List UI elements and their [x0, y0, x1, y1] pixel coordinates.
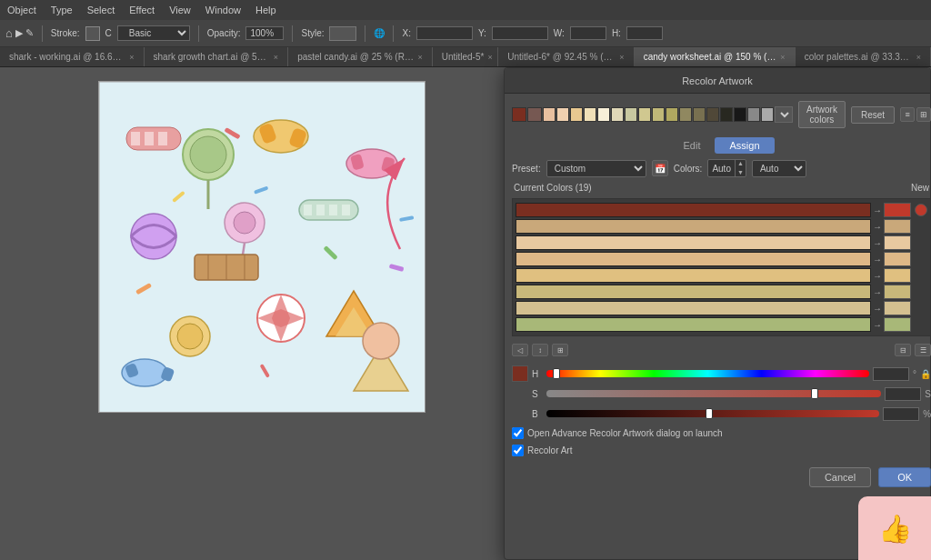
reset-button[interactable]: Reset	[851, 106, 895, 124]
tab-1[interactable]: shark growth chart.ai @ 50 % (RG... ×	[145, 47, 289, 67]
tab-3-close[interactable]: ×	[487, 53, 492, 62]
home-icon[interactable]: ⌂	[5, 26, 13, 40]
h-slider-track[interactable]	[546, 370, 869, 377]
b-slider-track[interactable]	[546, 410, 879, 417]
advance-checkbox[interactable]	[512, 427, 524, 439]
swatch-18[interactable]	[761, 107, 774, 122]
stroke-select[interactable]: Basic	[117, 25, 190, 41]
swatch-0[interactable]	[512, 107, 526, 122]
h-input[interactable]: 4 in	[626, 26, 663, 40]
color-row-2[interactable]: →	[516, 235, 927, 251]
menu-window[interactable]: Window	[205, 5, 241, 15]
color-action-2[interactable]: ↕	[532, 344, 548, 356]
color-row-4[interactable]: →	[516, 267, 927, 284]
tab-4[interactable]: Untitled-6* @ 92.45 % (RGB/Previ... ×	[498, 47, 634, 67]
svg-rect-22	[342, 205, 350, 215]
color-row-3[interactable]: →	[516, 251, 927, 267]
tab-5[interactable]: candy worksheet.ai @ 150 % (RGB/Preview)…	[635, 47, 796, 67]
tab-edit[interactable]: Edit	[669, 137, 716, 154]
tab-6-close[interactable]: ×	[916, 53, 921, 62]
swatch-10[interactable]	[652, 107, 665, 122]
b-slider-thumb[interactable]	[706, 408, 713, 419]
color-action-5[interactable]: ☰	[915, 344, 931, 356]
swatch-17[interactable]	[747, 107, 760, 122]
s-value-input[interactable]: 80.8	[885, 387, 921, 401]
swatch-8[interactable]	[625, 107, 637, 122]
new-dot-6	[915, 302, 927, 315]
preset-select[interactable]: Custom	[546, 160, 646, 177]
pen-tool[interactable]: ✎	[25, 27, 34, 39]
swatch-11[interactable]	[666, 107, 678, 122]
tab-1-close[interactable]: ×	[274, 53, 278, 62]
stroke-label: Stroke:	[51, 28, 80, 38]
tab-2[interactable]: pastel candy.ai @ 25 % (RGB/Previ... ×	[288, 47, 433, 67]
color-action-1[interactable]: ◁	[512, 344, 528, 356]
swatch-1[interactable]	[527, 107, 542, 122]
tab-assign[interactable]: Assign	[715, 137, 774, 154]
color-row-5[interactable]: →	[516, 284, 927, 300]
color-row-6[interactable]: →	[516, 300, 927, 316]
swatch-7[interactable]	[611, 107, 624, 122]
color-action-4[interactable]: ⊟	[895, 344, 911, 356]
panel-icon-2[interactable]: ⊞	[916, 107, 931, 122]
tab-3[interactable]: Untitled-5* ×	[433, 47, 499, 67]
tab-2-close[interactable]: ×	[417, 53, 422, 62]
swatch-9[interactable]	[638, 107, 651, 122]
swatch-6[interactable]	[597, 107, 610, 122]
tab-0[interactable]: shark - working.ai @ 16.67% (CM... ×	[0, 47, 145, 67]
arrow-7: →	[873, 320, 882, 330]
artwork-colors-button[interactable]: Artwork colors	[798, 101, 846, 128]
arrow-tool[interactable]: ▶	[15, 27, 23, 39]
tab-6[interactable]: color palettes.ai @ 33.33 % (RG... ×	[796, 47, 931, 67]
h-constraint-icon[interactable]: 🔒	[920, 369, 931, 379]
h-value-input[interactable]: 11.29	[873, 367, 909, 381]
stroke-color-swatch[interactable]	[85, 26, 100, 41]
style-swatch[interactable]	[329, 26, 356, 41]
b-value-input[interactable]: 49.02	[883, 407, 919, 421]
stepper-down[interactable]: ▼	[736, 168, 746, 177]
color-row-1[interactable]: →	[516, 218, 927, 235]
panel-icon-1[interactable]: ≡	[900, 107, 915, 122]
s-slider-track[interactable]	[546, 390, 881, 397]
swatch-15[interactable]	[720, 107, 733, 122]
swatch-2[interactable]	[543, 107, 556, 122]
stepper-up[interactable]: ▲	[736, 159, 746, 168]
menu-view[interactable]: View	[169, 5, 191, 15]
hsb-color-preview[interactable]	[512, 365, 528, 382]
calendar-icon[interactable]: 📅	[652, 160, 668, 176]
s-slider-thumb[interactable]	[811, 388, 818, 399]
w-input[interactable]: 4 in	[570, 26, 606, 40]
svg-rect-4	[158, 132, 167, 145]
tab-5-close[interactable]: ×	[780, 53, 785, 62]
swatch-13[interactable]	[693, 107, 706, 122]
color-row-0[interactable]: →	[516, 202, 927, 218]
ok-button[interactable]: OK	[878, 467, 931, 487]
swatch-14[interactable]	[706, 107, 719, 122]
auto-select[interactable]: Auto	[752, 160, 806, 177]
y-input[interactable]: -30.98 in	[492, 26, 548, 40]
menu-select[interactable]: Select	[87, 5, 115, 15]
recolor-checkbox[interactable]	[512, 445, 524, 456]
swatch-3[interactable]	[556, 107, 569, 122]
color-row-7[interactable]: →	[516, 316, 927, 333]
menu-type[interactable]: Type	[51, 5, 73, 15]
opacity-input[interactable]	[245, 26, 284, 40]
stepper-arrows[interactable]: ▲ ▼	[735, 159, 746, 177]
swatch-16[interactable]	[734, 107, 746, 122]
swatch-4[interactable]	[570, 107, 583, 122]
menu-help[interactable]: Help	[255, 5, 276, 15]
cancel-button[interactable]: Cancel	[809, 467, 871, 487]
new-dot-7	[915, 318, 927, 331]
tab-0-close[interactable]: ×	[129, 53, 134, 62]
menu-effect[interactable]: Effect	[129, 5, 155, 15]
new-bar-3	[884, 252, 911, 266]
swatch-5[interactable]	[584, 107, 596, 122]
h-slider-thumb[interactable]	[553, 368, 560, 379]
x-input[interactable]: 20.348 in	[416, 26, 473, 40]
swatch-dropdown[interactable]: ▼	[775, 106, 793, 123]
colors-stepper[interactable]: Auto ▲ ▼	[707, 159, 746, 177]
swatch-12[interactable]	[679, 107, 692, 122]
color-action-3[interactable]: ⊞	[552, 344, 568, 356]
menu-object[interactable]: Object	[7, 5, 36, 15]
tab-4-close[interactable]: ×	[619, 53, 624, 62]
